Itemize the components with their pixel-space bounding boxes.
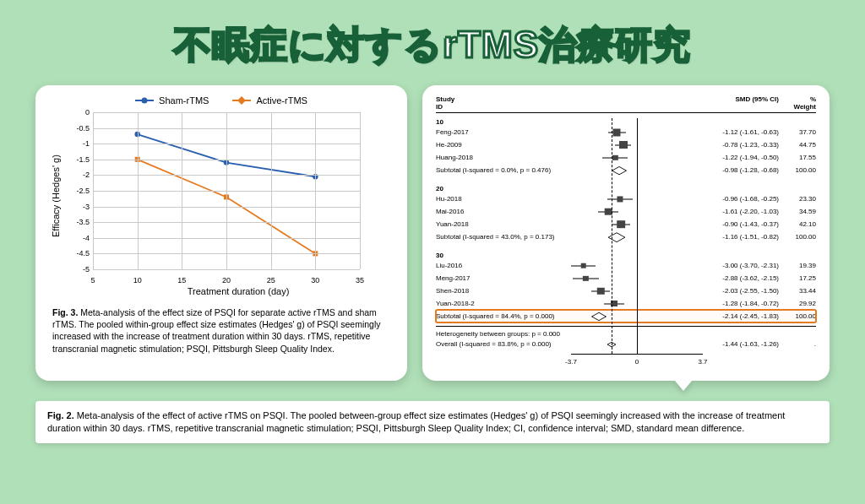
x-axis-label: Treatment duration (day) bbox=[49, 285, 394, 301]
weight: 17.25 bbox=[779, 274, 816, 282]
study-name: He-2009 bbox=[436, 141, 571, 149]
study-name: Overall (I-squared = 83.8%, p = 0.000) bbox=[436, 340, 571, 348]
diamond-icon bbox=[612, 166, 627, 175]
weight: 100.00 bbox=[779, 312, 816, 320]
smd-ci: -0.78 (-1.23, -0.33) bbox=[703, 141, 779, 149]
x-tick: 30 bbox=[311, 276, 319, 285]
group-label: 30 bbox=[436, 252, 816, 259]
callout-triangle-icon bbox=[675, 381, 692, 391]
forest-subtotal-row: Subtotal (I-squared = 84.4%, p = 0.000)-… bbox=[436, 310, 816, 322]
point-estimate-icon bbox=[617, 220, 625, 229]
y-tick: 0 bbox=[63, 108, 90, 117]
study-name: Mai-2016 bbox=[436, 208, 571, 215]
forest-row: He-2009-0.78 (-1.23, -0.33)44.75 bbox=[436, 138, 816, 151]
smd-ci: -0.96 (-1.68, -0.25) bbox=[703, 195, 779, 203]
study-name: Yuan-2018-2 bbox=[436, 300, 571, 307]
point-estimate-icon bbox=[613, 128, 621, 136]
weight: 17.55 bbox=[779, 154, 816, 161]
fig2-caption-bar: Fig. 2. Meta-analysis of the effect of a… bbox=[35, 401, 830, 443]
smd-ci: -1.28 (-1.84, -0.72) bbox=[703, 300, 779, 307]
study-name: Subtotal (I-squared = 43.0%, p = 0.173) bbox=[436, 233, 571, 241]
group-label: 10 bbox=[436, 118, 816, 126]
caption-label: Fig. 2. bbox=[47, 410, 74, 420]
point-estimate-icon bbox=[597, 287, 604, 294]
legend-active: Active-rTMS bbox=[232, 95, 307, 106]
heterogeneity-text: Heterogeneity between groups: p = 0.000 bbox=[436, 330, 816, 338]
forest-subtotal-row: Overall (I-squared = 83.8%, p = 0.000)-1… bbox=[436, 338, 816, 350]
col-weight: % Weight bbox=[779, 95, 816, 111]
smd-ci: -1.61 (-2.20, -1.03) bbox=[703, 208, 779, 215]
forest-header: Study ID SMD (95% CI) % Weight bbox=[436, 95, 816, 113]
study-name: Shen-2018 bbox=[436, 287, 571, 295]
caption-label: Fig. 3. bbox=[52, 307, 78, 317]
forest-row: Liu-2016-3.00 (-3.70, -2.31)19.39 bbox=[436, 259, 816, 272]
study-name: Meng-2017 bbox=[436, 274, 571, 282]
page-title: 不眠症に対するrTMS治療研究 bbox=[0, 0, 865, 70]
point-estimate-icon bbox=[612, 154, 617, 160]
y-tick: -4 bbox=[63, 234, 90, 242]
forest-row: Huang-2018-1.22 (-1.94, -0.50)17.55 bbox=[436, 151, 816, 164]
smd-ci: -0.98 (-1.28, -0.68) bbox=[703, 166, 779, 174]
x-tick: 35 bbox=[356, 276, 364, 285]
smd-ci: -2.88 (-3.62, -2.15) bbox=[703, 274, 779, 282]
smd-ci: -0.90 (-1.43, -0.37) bbox=[703, 220, 779, 228]
study-name: Huang-2018 bbox=[436, 154, 571, 161]
forest-axis: -3.703.7 bbox=[571, 354, 703, 372]
zero-line bbox=[637, 118, 638, 354]
x-tick: 15 bbox=[177, 276, 186, 285]
forest-row: Shen-2018-2.03 (-2.55, -1.50)33.44 bbox=[436, 285, 816, 297]
forest-row: Meng-2017-2.88 (-3.62, -2.15)17.25 bbox=[436, 272, 816, 285]
charts-row: Sham-rTMS Active-rTMS Efficacy (Hedges' … bbox=[0, 70, 865, 386]
y-tick: -0.5 bbox=[63, 124, 90, 133]
smd-ci: -1.22 (-1.94, -0.50) bbox=[703, 154, 779, 161]
forest-subtotal-row: Subtotal (I-squared = 43.0%, p = 0.173)-… bbox=[436, 230, 816, 243]
smd-ci: -2.14 (-2.45, -1.83) bbox=[703, 312, 779, 320]
forest-subtotal-row: Subtotal (I-squared = 0.0%, p = 0.476)-0… bbox=[436, 164, 816, 176]
weight: 100.00 bbox=[779, 233, 816, 241]
study-name: Hu-2018 bbox=[436, 195, 571, 203]
forest-row: Mai-2016-1.61 (-2.20, -1.03)34.59 bbox=[436, 205, 816, 218]
line-chart-legend: Sham-rTMS Active-rTMS bbox=[49, 95, 394, 106]
weight: 33.44 bbox=[779, 287, 816, 295]
x-tick: 20 bbox=[222, 276, 231, 285]
x-tick: 25 bbox=[267, 276, 275, 285]
axis-tick: 3.7 bbox=[698, 358, 707, 366]
point-estimate-icon bbox=[583, 275, 588, 280]
fig3-caption: Fig. 3. Meta-analysis of the effect size… bbox=[49, 301, 394, 355]
y-tick: -4.5 bbox=[63, 249, 90, 257]
study-name: Subtotal (I-squared = 0.0%, p = 0.476) bbox=[436, 166, 571, 174]
caption-text: Meta-analysis of the effect of active rT… bbox=[47, 410, 785, 433]
forest-row: Feng-2017-1.12 (-1.61, -0.63)37.70 bbox=[436, 126, 816, 138]
forest-body: 10Feng-2017-1.12 (-1.61, -0.63)37.70He-2… bbox=[436, 118, 816, 372]
y-tick: -3.5 bbox=[63, 218, 90, 226]
forest-row: Hu-2018-0.96 (-1.68, -0.25)23.30 bbox=[436, 192, 816, 205]
weight: 42.10 bbox=[779, 220, 816, 228]
axis-tick: 0 bbox=[635, 358, 639, 366]
weight: 44.75 bbox=[779, 141, 816, 149]
y-tick: -1.5 bbox=[63, 155, 90, 164]
line-swatch-icon bbox=[135, 100, 154, 101]
weight: 37.70 bbox=[779, 128, 816, 136]
y-tick: -2.5 bbox=[63, 187, 90, 195]
y-tick: -1 bbox=[63, 139, 90, 148]
line-swatch-icon bbox=[232, 100, 251, 101]
weight: 19.39 bbox=[779, 262, 816, 269]
weight: . bbox=[779, 340, 816, 348]
line-chart-svg: 0-0.5-1-1.5-2-2.5-3-3.5-4-4.5-5510152025… bbox=[63, 107, 367, 285]
point-estimate-icon bbox=[580, 263, 586, 268]
smd-ci: -2.03 (-2.55, -1.50) bbox=[703, 287, 779, 295]
legend-sham: Sham-rTMS bbox=[135, 95, 209, 106]
legend-label: Active-rTMS bbox=[256, 95, 307, 106]
diamond-icon bbox=[607, 232, 625, 241]
weight: 23.30 bbox=[779, 195, 816, 203]
study-name: Feng-2017 bbox=[436, 128, 571, 136]
forest-row: Yuan-2018-2-1.28 (-1.84, -0.72)29.92 bbox=[436, 297, 816, 310]
x-tick: 10 bbox=[133, 276, 142, 285]
diamond-icon bbox=[591, 312, 607, 320]
study-name: Liu-2016 bbox=[436, 262, 571, 269]
caption-text: Meta-analysis of the effect size of PSQI… bbox=[52, 307, 381, 354]
weight: 34.59 bbox=[779, 208, 816, 215]
smd-ci: -3.00 (-3.70, -2.31) bbox=[703, 262, 779, 269]
y-tick: -5 bbox=[63, 265, 90, 274]
y-axis-label: Efficacy (Hedges' g) bbox=[49, 107, 63, 285]
